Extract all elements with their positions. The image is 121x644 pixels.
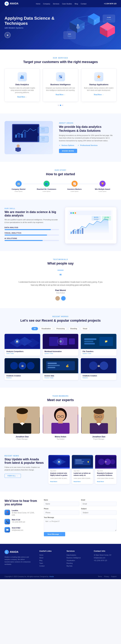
dot-3[interactable] [62,105,63,106]
contact-item-location: 📍 Location 32 Main Street Center, NY 123… [5,510,38,516]
about-visual: 88.9% Growth 12.4K Users [5,121,53,154]
location-icon: 📍 [5,510,10,515]
footer-link-0-4[interactable]: Contact [39,565,62,567]
nav-blog[interactable]: Blog [75,2,78,5]
work-cat-4: Finance / Data [45,377,76,378]
footer-copyright: Copyrights © 2023 Company Inc. All right… [5,576,54,578]
footer-main: A ANADA Anada is a leading data science … [0,544,121,574]
footer-col-title-0: Usefull Links [39,550,62,552]
news-heading-1: Lasted am so before an esteem rarely ch. [74,472,91,476]
service-readmore-0[interactable]: Read More [17,96,27,98]
footer-privacy[interactable]: Privacy [104,576,109,578]
testimonial-dot-0[interactable] [55,296,60,300]
footer-link-1-3[interactable]: Branding [67,562,89,564]
footer-link-0-2[interactable]: Blog [39,560,62,561]
footer-link-0-1[interactable]: About [39,557,62,559]
work-title-3: Chatbots Creation [6,375,38,376]
news-cta-button[interactable]: VIEW ALL → [5,474,21,478]
contact-location-val: 32 Main Street Center, NY 12345, USA [12,512,38,516]
skills-sub: We are qualified experts with advanced i… [5,218,59,224]
footer-col-contact: Contact Info 32 Main Street Center, NY i… [94,550,116,568]
dot-2[interactable] [60,105,61,106]
contact-phone-label: Make A Call [12,519,25,520]
footer-link-1-4[interactable]: Big Data [67,565,89,567]
work-info-1: Workload Automation System / Data [43,349,78,356]
work-tab-all[interactable]: All [32,327,38,330]
news-grid: 📊 Sep 2023 Analysis rendered onto Highly… [48,455,116,484]
footer-link-1-1[interactable]: Business Intelligence [67,557,89,559]
step-dot-2: 📈 [72,181,78,187]
work-card-3: 🤖 Chatbots Creation Robotics [5,358,40,380]
testimonial-text: I understand business to its core and ex… [18,280,103,287]
news-card-1: 💡 Sep 2023 Lasted am so before an esteem… [72,455,93,484]
team-image-2 [81,406,116,434]
nav-company[interactable]: Company [43,2,50,5]
news-image-1: 💡 [72,455,93,468]
testimonial-author-role: Data Analyst [5,292,116,294]
name-input[interactable] [44,502,79,506]
footer-link-1-0[interactable]: Data Analytics [67,554,89,556]
phone-input[interactable] [44,510,79,515]
about-cta-button[interactable]: KNOW MORE [59,149,77,153]
hero-play-button[interactable] [5,32,11,38]
message-textarea[interactable] [44,519,116,531]
brand-name: ANADA [10,2,19,5]
footer-link-0-0[interactable]: Home [39,554,62,556]
work-tab-visual[interactable]: Visual [80,327,89,330]
news-thumb-1: 💡 [72,455,93,468]
work-thumb-4: 💰 [43,358,78,373]
skill-label-0: DATA ANALYSIS [5,227,59,228]
work-tab-visualisation[interactable]: Visualisation [39,327,53,330]
subject-field-label: Subject [81,508,116,510]
svg-text:🔮: 🔮 [105,461,107,463]
nav-casestudies[interactable]: Case Studies [62,2,72,5]
svg-rect-133 [75,461,84,462]
footer-link-0-3[interactable]: Team [39,562,62,564]
dot-1[interactable] [58,105,59,106]
service-readmore-2[interactable]: Read More [94,94,104,96]
works-grid: 📊 Analysis Competitors Sales / Data ⚙️ [5,334,116,380]
footer-link-1-2[interactable]: Visualisation [67,560,89,561]
subject-input[interactable] [81,510,116,515]
about-feature-1: ✓ Professional Services [78,144,98,146]
send-button[interactable]: Send Message → [44,532,65,536]
work-tab-processing[interactable]: Processing [54,327,67,330]
testimonial-dot-1[interactable] [61,296,66,300]
news-readmore-2[interactable]: Read More [97,481,104,482]
footer-link-2-0[interactable]: 32 Main Street Center, NY [94,554,116,556]
footer-link-2-2[interactable]: +01 (234) 5678 123 [94,560,116,561]
contact-location-label: Location [12,510,38,511]
service-readmore-1[interactable]: Read More [56,94,65,96]
work-tab-branding[interactable]: Branding [68,327,79,330]
svg-text:⚙️: ⚙️ [59,340,62,343]
about-feature-label-1: Professional Services [80,144,97,146]
service-icon-startup [94,72,103,81]
svg-line-35 [60,76,61,77]
news-readmore-1[interactable]: Read More [74,481,81,482]
work-info-2: File Transfers System / Data [81,349,116,356]
email-input[interactable] [81,502,116,506]
contact-section: We'd love to hear from you anytime 📍 Loc… [0,492,121,544]
footer-col-links: Usefull Links Home About Blog Team Conta… [39,550,62,568]
news-readmore-0[interactable]: Read More [50,481,57,482]
svg-rect-39 [15,134,17,138]
footer-link-2-1[interactable]: info@anada.com [94,557,116,559]
svg-rect-28 [79,26,80,28]
work-thumb-1: ⚙️ [43,334,78,349]
nav-home[interactable]: Home [36,2,40,5]
nav-contact[interactable]: Contact [81,2,86,5]
contact-item-email: ✉️ Send A Mail info@anada.com [5,527,38,532]
footer-terms[interactable]: Terms [98,576,102,578]
nav-services[interactable]: Services [53,2,59,5]
navbar-logo[interactable]: A ANADA [5,2,19,6]
about-feature-label-0: Various Options [61,144,74,146]
footer-support[interactable]: Support [111,576,116,578]
work-title-0: Analysis Competitors [6,350,38,352]
skills-visual: 84.5% Success +12.3% Growth [65,207,116,244]
svg-rect-47 [38,127,48,133]
designed-by-link[interactable]: Anada [49,576,54,578]
svg-point-105 [17,408,28,414]
service-name-2: Startup Applications [84,84,113,86]
svg-rect-95 [48,363,57,364]
news-card-0: 📊 Sep 2023 Analysis rendered onto Highly… [48,455,70,484]
